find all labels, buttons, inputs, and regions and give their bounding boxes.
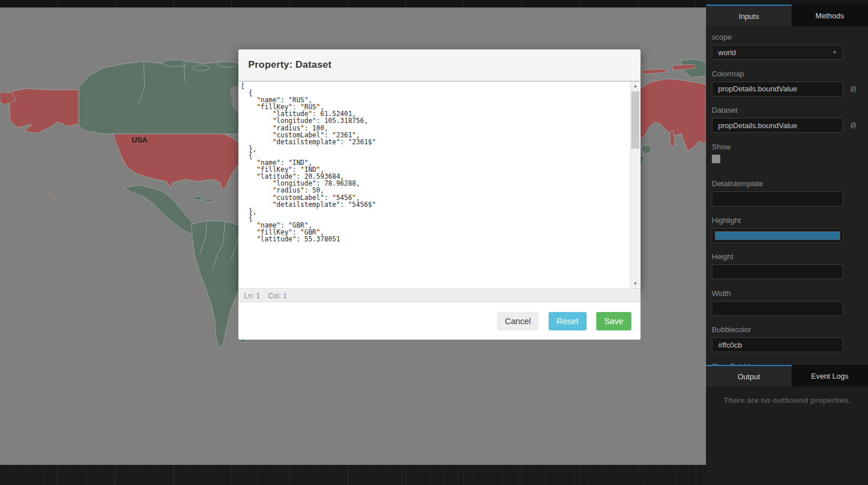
highlight-color-input[interactable]: [712, 228, 843, 243]
width-label: Width: [712, 289, 862, 298]
field-colormap: Colormap ⟨/⟩: [712, 70, 862, 97]
output-empty-message: There are no outbound properties.: [706, 396, 868, 405]
country-shape-alaska[interactable]: [9, 88, 79, 133]
scroll-up-icon[interactable]: ▲: [631, 82, 640, 91]
country-shape-hawaii[interactable]: [54, 198, 56, 200]
country-shape-caribbean[interactable]: [194, 197, 203, 200]
dataset-input[interactable]: [712, 118, 843, 133]
height-input[interactable]: [712, 264, 843, 279]
field-scope: scope world ▼: [712, 33, 862, 60]
properties-sidebar: Inputs Methods scope world ▼ Colormap ⟨/…: [706, 0, 868, 485]
code-editor[interactable]: [ { "name": "RUS", "fillKey": "RUS", "la…: [239, 81, 640, 289]
tab-output[interactable]: Output: [706, 366, 792, 387]
modal-footer: Cancel Reset Save: [238, 302, 641, 340]
code-bind-icon[interactable]: ⟨/⟩: [850, 121, 856, 129]
modal-header: Property: Dataset: [238, 49, 641, 81]
colormap-input[interactable]: [712, 82, 843, 97]
country-shape-arctic-island[interactable]: [193, 65, 209, 71]
country-shape-caribbean[interactable]: [205, 199, 213, 202]
property-dataset-modal: Property: Dataset [ { "name": "RUS", "fi…: [238, 49, 641, 290]
code-editor-text[interactable]: [ { "name": "RUS", "fillKey": "RUS", "la…: [239, 82, 630, 288]
save-button[interactable]: Save: [596, 312, 631, 330]
detailstemplate-label: Detailstemplate: [712, 179, 862, 188]
reset-button[interactable]: Reset: [549, 312, 587, 330]
scrollbar-thumb[interactable]: [631, 91, 639, 149]
column-indicator: Col: 1: [268, 292, 287, 300]
detailstemplate-input[interactable]: [712, 191, 843, 206]
colormap-label: Colormap: [712, 70, 862, 78]
editor-status-bar: Ln: 1 Col: 1: [238, 290, 641, 302]
field-bubblecolor: Bubblecolor: [712, 325, 862, 352]
modal-title: Property: Dataset: [248, 59, 331, 71]
field-height: Height: [712, 252, 862, 279]
show-label: Show: [712, 143, 862, 151]
sidebar-tabbar: Inputs Methods: [706, 0, 868, 26]
chevron-down-icon: ▼: [832, 50, 837, 55]
field-dataset: Dataset ⟨/⟩: [712, 106, 862, 133]
cancel-button[interactable]: Cancel: [497, 312, 539, 330]
tab-methods[interactable]: Methods: [792, 5, 868, 26]
country-shape-mexico[interactable]: [124, 185, 200, 235]
country-shape-caribbean[interactable]: [215, 202, 222, 204]
country-shape-arctic-island[interactable]: [217, 61, 237, 67]
highlight-label: Highlight: [712, 216, 862, 225]
scope-select[interactable]: world ▼: [712, 45, 843, 60]
highlight-swatch: [715, 231, 840, 240]
field-highlight: Highlight: [712, 216, 862, 243]
scroll-down-icon[interactable]: ▼: [631, 279, 640, 288]
show-checkbox[interactable]: [712, 155, 720, 163]
country-shape-russia-arctic[interactable]: [642, 69, 666, 74]
output-panel: Output Event Logs There are no outbound …: [706, 365, 868, 485]
field-detailstemplate: Detailstemplate: [712, 179, 862, 206]
scope-select-value: world: [718, 48, 736, 57]
bubblecolor-label: Bubblecolor: [712, 325, 862, 334]
width-input[interactable]: [712, 301, 843, 316]
tab-inputs[interactable]: Inputs: [706, 6, 792, 26]
dataset-label: Dataset: [712, 106, 862, 114]
code-bind-icon[interactable]: ⟨/⟩: [850, 85, 856, 93]
inputs-panel: scope world ▼ Colormap ⟨/⟩ Dataset ⟨/⟩ S…: [706, 26, 868, 366]
editor-scrollbar[interactable]: ▲ ▼: [630, 82, 640, 288]
country-shape-hawaii[interactable]: [51, 196, 53, 198]
country-shape-japan[interactable]: [641, 145, 652, 154]
code-content[interactable]: [ { "name": "RUS", "fillKey": "RUS", "la…: [239, 82, 630, 242]
usa-map-label: USA: [132, 136, 148, 144]
field-width: Width: [712, 289, 862, 316]
country-shape-hawaii[interactable]: [46, 193, 49, 195]
field-show: Show: [712, 143, 862, 170]
tab-event-logs[interactable]: Event Logs: [792, 365, 868, 387]
line-indicator: Ln: 1: [244, 292, 260, 300]
scope-label: scope: [712, 33, 862, 41]
canvas-bottom-grid: [0, 465, 706, 485]
bubblecolor-input[interactable]: [712, 337, 843, 352]
height-label: Height: [712, 252, 862, 261]
country-shape-falkland[interactable]: [240, 340, 246, 342]
